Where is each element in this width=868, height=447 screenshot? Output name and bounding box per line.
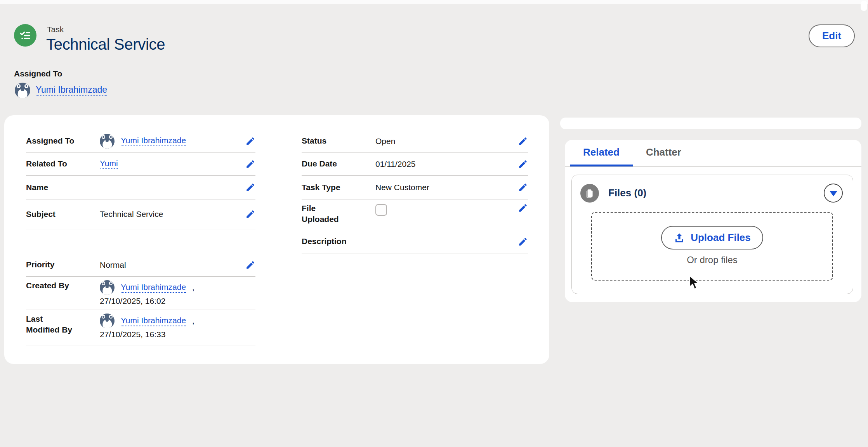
field-row-subject: Subject Technical Service	[26, 199, 255, 229]
upload-files-label: Upload Files	[691, 232, 751, 244]
field-row-last-modified-by: Last Modified By Yumi Ibrahimzade , 27/1…	[26, 310, 255, 345]
avatar	[100, 314, 115, 328]
files-dropdown-button[interactable]	[824, 184, 843, 203]
field-label: Last Modified By	[26, 314, 100, 336]
edit-pencil-icon[interactable]	[245, 209, 255, 219]
field-label: File Uploaded	[302, 203, 375, 225]
field-row-task-type: Task Type New Customer	[302, 176, 528, 199]
detail-left-column: Assigned To Yumi Ibrahimzade Related To …	[26, 130, 255, 345]
scrollbar-thumb[interactable]	[861, 1, 867, 11]
priority-value: Normal	[100, 260, 241, 270]
avatar	[100, 134, 115, 149]
upload-files-button[interactable]: Upload Files	[661, 226, 763, 249]
assigned-to-value-link[interactable]: Yumi Ibrahimzade	[121, 136, 186, 146]
last-modified-by-user-link[interactable]: Yumi Ibrahimzade	[121, 316, 186, 326]
last-modified-date: 27/10/2025, 16:33	[100, 330, 255, 339]
comma: ,	[192, 316, 194, 326]
field-row-priority: Priority Normal	[26, 253, 255, 277]
edit-button[interactable]: Edit	[809, 24, 855, 47]
detail-right-column: Status Open Due Date 01/11/2025 Task Typ…	[302, 130, 528, 253]
files-title: Files (0)	[608, 187, 646, 199]
edit-pencil-icon[interactable]	[518, 237, 528, 247]
highlight-assigned-to-user: Yumi Ibrahimzade	[15, 83, 107, 98]
chevron-down-icon	[830, 191, 837, 196]
edit-pencil-icon[interactable]	[518, 182, 528, 192]
field-label: Related To	[26, 158, 100, 169]
highlight-assigned-to-label: Assigned To	[14, 69, 62, 78]
subject-value: Technical Service	[100, 210, 241, 219]
field-label: Assigned To	[26, 135, 100, 146]
field-row-assigned-to: Assigned To Yumi Ibrahimzade	[26, 130, 255, 152]
record-type-label: Task	[47, 25, 64, 34]
field-label: Status	[302, 135, 375, 146]
edit-pencil-icon[interactable]	[245, 182, 255, 192]
field-label: Task Type	[302, 182, 375, 193]
status-value: Open	[375, 137, 513, 146]
avatar	[100, 280, 115, 295]
due-date-value: 01/11/2025	[375, 159, 513, 169]
field-label: Created By	[26, 280, 100, 291]
file-uploaded-checkbox[interactable]	[375, 204, 387, 216]
edit-pencil-icon[interactable]	[245, 159, 255, 169]
field-label: Name	[26, 182, 100, 193]
field-row-spacer	[26, 229, 255, 253]
tab-chatter[interactable]: Chatter	[633, 140, 694, 166]
edit-pencil-icon[interactable]	[518, 136, 528, 146]
page-title: Technical Service	[46, 36, 165, 53]
avatar	[15, 83, 30, 98]
field-row-related-to: Related To Yumi	[26, 152, 255, 176]
field-row-description: Description	[302, 230, 528, 253]
side-tabs: Related Chatter	[565, 140, 861, 167]
task-checklist-icon	[18, 28, 32, 42]
edit-pencil-icon[interactable]	[518, 159, 528, 169]
field-row-created-by: Created By Yumi Ibrahimzade , 27/10/2025…	[26, 277, 255, 310]
files-related-list-card: Files (0) Upload Files Or drop files	[571, 175, 853, 294]
record-detail-card: Assigned To Yumi Ibrahimzade Related To …	[4, 115, 549, 364]
assigned-to-user-link[interactable]: Yumi Ibrahimzade	[36, 85, 107, 96]
related-to-value-link[interactable]: Yumi	[100, 159, 118, 169]
file-dropzone[interactable]: Upload Files Or drop files	[591, 212, 833, 281]
edit-pencil-icon[interactable]	[245, 136, 255, 146]
field-row-file-uploaded: File Uploaded	[302, 199, 528, 230]
comma: ,	[192, 283, 194, 292]
field-row-due-date: Due Date 01/11/2025	[302, 152, 528, 176]
field-label: Due Date	[302, 158, 375, 169]
task-object-icon	[14, 24, 36, 47]
task-type-value: New Customer	[375, 183, 513, 192]
task-record-page: Task Technical Service Edit Assigned To …	[0, 0, 868, 447]
tab-related[interactable]: Related	[570, 140, 633, 166]
edit-pencil-icon[interactable]	[245, 260, 255, 270]
field-row-status: Status Open	[302, 130, 528, 152]
field-row-name: Name	[26, 176, 255, 199]
edit-pencil-icon[interactable]	[518, 203, 528, 213]
field-label: Priority	[26, 259, 100, 270]
files-card-header: Files (0)	[572, 175, 853, 203]
created-date: 27/10/2025, 16:02	[100, 296, 255, 306]
side-panel-card: Related Chatter Files (0)	[565, 140, 861, 302]
upload-icon	[674, 232, 685, 244]
created-by-user-link[interactable]: Yumi Ibrahimzade	[121, 282, 186, 293]
field-label: Subject	[26, 209, 100, 220]
side-panel-top-bar	[560, 118, 861, 129]
files-icon	[580, 184, 599, 203]
field-label: Description	[302, 236, 375, 247]
drop-files-hint: Or drop files	[687, 255, 738, 265]
top-strip	[0, 0, 868, 4]
